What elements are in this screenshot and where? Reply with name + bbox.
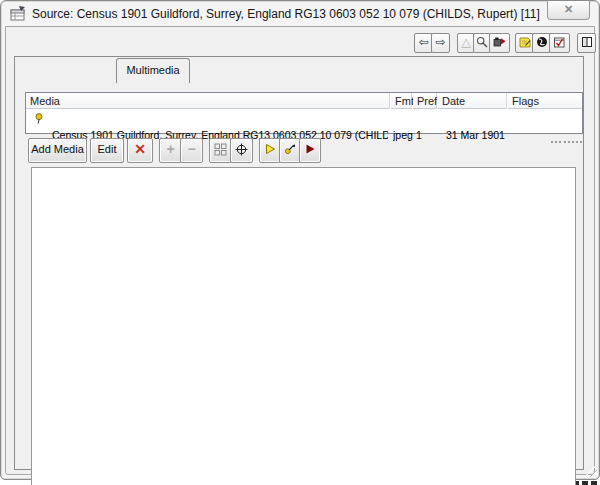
tab-multimedia[interactable]: Multimedia bbox=[116, 58, 190, 83]
split-view-button[interactable] bbox=[577, 33, 596, 53]
columns-icon bbox=[581, 36, 593, 48]
slideshow-button[interactable] bbox=[299, 138, 321, 163]
minus-icon: − bbox=[187, 141, 195, 157]
media-fmt: jpeg bbox=[393, 128, 413, 143]
capture-button[interactable] bbox=[489, 33, 510, 53]
up-triangle-icon: △ bbox=[461, 35, 470, 49]
media-list: Media Fmt Pref Date Flags Census 1901 Gu… bbox=[25, 92, 583, 134]
column-header-media[interactable]: Media bbox=[26, 93, 390, 109]
back-arrow-icon: ⇦ bbox=[418, 35, 428, 49]
zoom-in-button[interactable]: + bbox=[159, 138, 182, 163]
forward-arrow-icon: ⇨ bbox=[435, 35, 445, 49]
media-preview-panel bbox=[31, 167, 576, 485]
plus-icon: + bbox=[166, 141, 174, 157]
checklist-icon bbox=[553, 36, 566, 48]
remove-media-button[interactable]: ✕ bbox=[127, 138, 153, 163]
close-button[interactable]: ✕ bbox=[547, 1, 590, 20]
pin-arrow-icon bbox=[284, 143, 296, 155]
play-outline-icon bbox=[264, 143, 276, 155]
forward-button[interactable]: ⇨ bbox=[431, 33, 450, 53]
grid-icon bbox=[214, 143, 227, 156]
tile-view-button[interactable] bbox=[209, 138, 232, 163]
play-solid-icon bbox=[304, 143, 316, 155]
edit-button[interactable]: Edit bbox=[90, 138, 124, 163]
source-document-icon bbox=[10, 6, 26, 22]
column-header-pref[interactable]: Pref bbox=[413, 93, 437, 109]
tasks-button[interactable] bbox=[549, 33, 570, 53]
media-date: 31 Mar 1901 bbox=[446, 128, 510, 143]
media-capture-icon bbox=[493, 36, 506, 48]
title-bar[interactable]: Source: Census 1901 Guildford, Surrey, E… bbox=[1, 1, 599, 26]
crosshair-icon bbox=[235, 143, 248, 156]
source-window: Source: Census 1901 Guildford, Surrey, E… bbox=[0, 0, 600, 480]
column-header-date[interactable]: Date bbox=[438, 93, 507, 109]
column-header-fmt[interactable]: Fmt bbox=[391, 93, 412, 109]
dialog-body: Main Notes Multimedia All ⇦ ⇨ △ bbox=[5, 26, 595, 475]
open-location-button[interactable] bbox=[279, 138, 301, 163]
splitter-grip[interactable] bbox=[551, 141, 585, 143]
media-pref: 1 bbox=[416, 128, 434, 143]
media-row[interactable]: Census 1901 Guildford, Surrey, England R… bbox=[26, 110, 582, 126]
delete-x-icon: ✕ bbox=[134, 141, 146, 157]
magnifier-icon bbox=[476, 36, 488, 48]
window-title: Source: Census 1901 Guildford, Surrey, E… bbox=[32, 7, 540, 21]
column-header-flags[interactable]: Flags bbox=[508, 93, 582, 109]
media-pin-icon bbox=[34, 113, 44, 124]
center-view-button[interactable] bbox=[230, 138, 253, 163]
add-media-button[interactable]: Add Media bbox=[28, 138, 87, 163]
show-button[interactable] bbox=[259, 138, 281, 163]
globe-icon bbox=[536, 36, 548, 48]
zoom-out-button[interactable]: − bbox=[180, 138, 203, 163]
note-icon bbox=[519, 36, 531, 48]
multimedia-panel: Media Fmt Pref Date Flags Census 1901 Gu… bbox=[14, 56, 584, 470]
